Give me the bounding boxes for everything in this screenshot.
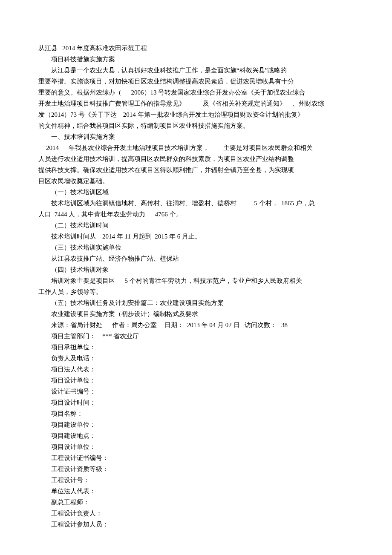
text-line: 重要举措。实施该项目，对加快项目区农业结构调整提高农民素质，促进农民增收具有十分 bbox=[38, 76, 354, 87]
text-line: （一）技术培训区域 bbox=[38, 187, 354, 198]
text-line: 工程设计证书编号： bbox=[38, 452, 354, 463]
text-line: 工程设计参加人员： bbox=[38, 519, 354, 530]
text-line: 来源：省局计财处 作者：局办公室 日期： 2013 年 04 月 02 日 访问… bbox=[38, 319, 354, 331]
document-page: 从江县 2014 年度高标准农田示范工程项目科技措施实施方案从江县是一个农业大县… bbox=[0, 0, 392, 555]
text-line: 人员进行农业适用技术培训，提高项目区农民群众的科技素质，为项目区农业产业结构调整 bbox=[38, 153, 354, 164]
text-line: 项目科技措施实施方案 bbox=[38, 54, 354, 65]
text-line: 工程设计号： bbox=[38, 474, 354, 486]
text-line: 工程设计资质等级： bbox=[38, 463, 354, 474]
text-line: 工作人员，乡领导等。 bbox=[38, 286, 354, 297]
text-line: 一、技术培训实施方案 bbox=[38, 131, 354, 142]
text-line: 项目设计时间： bbox=[38, 397, 354, 408]
text-line: 提供科技支撑。确保农业适用技术在项目区得以顺利推广，并辐射全镇乃至全县，为实现项 bbox=[38, 164, 354, 175]
text-line: 发（2014）73 号《关于下达 2014 年第一批农业综合开发土地治理项目财政… bbox=[38, 109, 354, 120]
text-line: （五）技术培训任务及计划安排篇二：农业建设项目实施方案 bbox=[38, 297, 354, 308]
text-line: 2014 年我县农业综合开发土地治理项目技术培训方案， 主要是对项目区农民群众和… bbox=[38, 142, 354, 153]
text-line: 设计证书编号： bbox=[38, 386, 354, 397]
text-line: 工程设计负责人： bbox=[38, 508, 354, 519]
text-line: 重要的意义。根据州农综办（ 2006）13 号转发国家农业综合开发办公室《关于加… bbox=[38, 87, 354, 98]
text-line: 项目设计单位： bbox=[38, 441, 354, 452]
text-line: 项目承担单位： bbox=[38, 342, 354, 353]
text-line: 目区农民增收奠定基础。 bbox=[38, 175, 354, 187]
text-line: （四）技术培训对象 bbox=[38, 264, 354, 275]
text-line: 项目建设地点： bbox=[38, 430, 354, 441]
text-line: 从江县是一个农业大县，认真抓好农业科技推广工作，是全面实施“科教兴县”战略的 bbox=[38, 65, 354, 76]
text-line: 负责人及电话： bbox=[38, 353, 354, 364]
text-line: 单位法人代表： bbox=[38, 486, 354, 497]
text-line: 从江县 2014 年度高标准农田示范工程 bbox=[38, 43, 354, 54]
text-line: 项目主管部门： *** 省农业厅 bbox=[38, 331, 354, 342]
text-line: 开发土地治理项目科技推广费管理工作的指导意见》 及《省相关补充规定的通知》 、州… bbox=[38, 98, 354, 109]
text-line: 技术培训区域为往洞镇信地村、高传村、往洞村、增盈村、德桥村 5 个村， 1865… bbox=[38, 198, 354, 209]
text-line: （三）技术培训实施单位 bbox=[38, 242, 354, 253]
text-line: 副总工程师： bbox=[38, 497, 354, 508]
text-line: 项目建设单位： bbox=[38, 419, 354, 430]
text-line: 农业建设项目实施方案（初步设计）编制格式及要求 bbox=[38, 308, 354, 319]
text-line: 的文件精神，结合我县项目区实际，特编制项目区农业科技措施实施方案。 bbox=[38, 120, 354, 131]
text-line: 项目设计单位： bbox=[38, 375, 354, 386]
text-line: 技术培训时间从 2014 年 11 月起到 2015 年 6 月止。 bbox=[38, 231, 354, 242]
text-line: 从江县农技推广站、经济作物推广站、植保站 bbox=[38, 253, 354, 264]
text-line: 项目名称： bbox=[38, 408, 354, 419]
text-line: 项目法人代表： bbox=[38, 364, 354, 375]
text-line: 培训对象主要是项目区 5 个村的青壮年劳动力，科技示范户，专业户和乡人民政府相关 bbox=[38, 275, 354, 286]
text-line: 人口 7444 人，其中青壮年农业劳动力 4766 个。 bbox=[38, 209, 354, 220]
text-line: （二）技术培训时间 bbox=[38, 220, 354, 231]
